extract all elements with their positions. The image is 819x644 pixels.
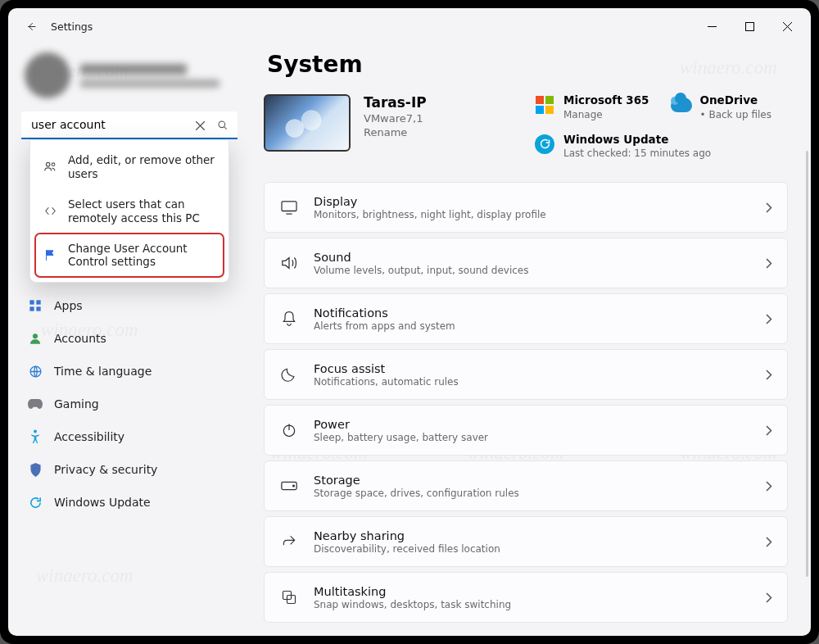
row-sub: Volume levels, output, input, sound devi… bbox=[314, 265, 528, 276]
chevron-right-icon bbox=[766, 370, 772, 380]
row-sub: Snap windows, desktops, task switching bbox=[314, 599, 511, 610]
display-icon bbox=[279, 197, 299, 217]
row-nearby-sharing[interactable]: Nearby sharingDiscoverability, received … bbox=[264, 516, 788, 567]
apps-icon bbox=[28, 298, 43, 313]
profile-name-redacted bbox=[80, 64, 187, 75]
power-icon bbox=[279, 420, 299, 440]
quick-windows-update[interactable]: Windows Update Last checked: 15 minutes … bbox=[534, 134, 788, 160]
nav-time-language[interactable]: Time & language bbox=[18, 356, 241, 387]
remote-icon bbox=[42, 204, 58, 218]
quick-title: Windows Update bbox=[563, 134, 711, 147]
search-suggestions: Add, edit, or remove other users Select … bbox=[29, 139, 229, 283]
search-icon[interactable] bbox=[213, 116, 233, 135]
row-title: Storage bbox=[314, 474, 519, 487]
nav-label: Privacy & security bbox=[54, 463, 157, 476]
quick-links: Microsoft 365 Manage OneDrive • Back up … bbox=[534, 94, 788, 159]
quick-sub: Manage bbox=[563, 109, 649, 120]
nav-accessibility[interactable]: Accessibility bbox=[18, 421, 241, 452]
rename-link[interactable]: Rename bbox=[364, 126, 427, 138]
accounts-icon bbox=[28, 331, 43, 346]
main-content: System Taras-IP VMware7,1 Rename bbox=[251, 44, 811, 636]
chevron-right-icon bbox=[766, 314, 772, 324]
clear-search-button[interactable] bbox=[190, 116, 210, 135]
flag-icon bbox=[42, 248, 58, 262]
quick-sub: • Back up files bbox=[700, 109, 771, 120]
row-notifications[interactable]: NotificationsAlerts from apps and system bbox=[264, 293, 788, 344]
svg-point-10 bbox=[34, 429, 37, 433]
quick-title: OneDrive bbox=[700, 94, 771, 107]
nav-label: Windows Update bbox=[54, 496, 151, 509]
row-multitasking[interactable]: MultitaskingSnap windows, desktops, task… bbox=[264, 572, 788, 623]
update-icon bbox=[28, 495, 43, 510]
quick-onedrive[interactable]: OneDrive • Back up files bbox=[671, 94, 785, 120]
nav-label: Apps bbox=[54, 299, 83, 312]
suggestion-remote-users[interactable]: Select users that can remotely access th… bbox=[35, 189, 224, 234]
suggestion-other-users[interactable]: Add, edit, or remove other users bbox=[35, 145, 224, 189]
svg-rect-11 bbox=[282, 202, 296, 211]
moon-icon bbox=[279, 365, 299, 384]
chevron-right-icon bbox=[766, 202, 772, 213]
quick-microsoft-365[interactable]: Microsoft 365 Manage bbox=[534, 94, 649, 120]
avatar bbox=[25, 52, 70, 98]
bell-icon bbox=[279, 309, 299, 329]
shield-icon bbox=[28, 462, 43, 477]
row-sub: Monitors, brightness, night light, displ… bbox=[314, 209, 546, 220]
svg-point-3 bbox=[52, 163, 55, 166]
nav-apps[interactable]: Apps bbox=[18, 290, 241, 321]
sidebar-nav: Apps Accounts Time & language bbox=[13, 290, 246, 518]
row-display[interactable]: DisplayMonitors, brightness, night light… bbox=[264, 182, 788, 233]
suggestion-label: Add, edit, or remove other users bbox=[68, 153, 217, 181]
storage-icon bbox=[279, 476, 299, 496]
svg-point-8 bbox=[33, 333, 38, 338]
svg-rect-4 bbox=[29, 300, 34, 304]
nav-windows-update[interactable]: Windows Update bbox=[18, 487, 241, 518]
profile-block[interactable] bbox=[13, 44, 246, 111]
suggestion-label: Change User Account Control settings bbox=[68, 242, 217, 270]
multitasking-icon bbox=[279, 587, 299, 607]
row-focus-assist[interactable]: Focus assistNotifications, automatic rul… bbox=[264, 349, 788, 400]
onedrive-icon bbox=[671, 94, 692, 116]
chevron-right-icon bbox=[766, 481, 772, 492]
svg-point-14 bbox=[293, 485, 295, 487]
quick-sub: Last checked: 15 minutes ago bbox=[563, 147, 711, 159]
quick-title: Microsoft 365 bbox=[563, 94, 649, 107]
nav-label: Accessibility bbox=[54, 430, 124, 443]
device-name: Taras-IP bbox=[364, 94, 427, 111]
windows-update-icon bbox=[534, 134, 555, 155]
row-storage[interactable]: StorageStorage space, drives, configurat… bbox=[264, 460, 788, 511]
nav-label: Time & language bbox=[54, 365, 152, 378]
row-sub: Sleep, battery usage, battery saver bbox=[314, 432, 488, 443]
profile-email-redacted bbox=[80, 79, 219, 88]
svg-point-1 bbox=[219, 121, 225, 128]
back-button[interactable] bbox=[18, 13, 44, 39]
chevron-right-icon bbox=[766, 592, 772, 603]
row-sub: Storage space, drives, configuration rul… bbox=[314, 488, 519, 499]
suggestion-label: Select users that can remotely access th… bbox=[68, 197, 217, 225]
microsoft-logo-icon bbox=[534, 94, 555, 116]
maximize-button[interactable] bbox=[731, 13, 768, 39]
nav-accounts[interactable]: Accounts bbox=[18, 323, 241, 354]
row-title: Sound bbox=[314, 251, 528, 264]
nav-gaming[interactable]: Gaming bbox=[18, 388, 241, 420]
row-title: Notifications bbox=[314, 306, 455, 320]
chevron-right-icon bbox=[766, 537, 772, 547]
globe-icon bbox=[28, 364, 43, 379]
window-title: Settings bbox=[51, 20, 93, 33]
scrollbar[interactable] bbox=[806, 151, 808, 577]
minimize-button[interactable] bbox=[693, 13, 731, 39]
svg-rect-0 bbox=[745, 22, 753, 30]
search-wrap: Add, edit, or remove other users Select … bbox=[21, 111, 238, 139]
sidebar: Add, edit, or remove other users Select … bbox=[8, 44, 251, 636]
row-title: Nearby sharing bbox=[314, 529, 500, 542]
close-button[interactable] bbox=[768, 13, 806, 39]
svg-rect-7 bbox=[36, 306, 40, 311]
device-thumbnail bbox=[264, 94, 351, 152]
row-sound[interactable]: SoundVolume levels, output, input, sound… bbox=[264, 238, 788, 288]
row-title: Power bbox=[314, 418, 488, 431]
device-block[interactable]: Taras-IP VMware7,1 Rename bbox=[264, 94, 427, 152]
suggestion-uac-settings[interactable]: Change User Account Control settings bbox=[35, 234, 224, 278]
nav-privacy[interactable]: Privacy & security bbox=[18, 454, 241, 485]
svg-rect-6 bbox=[29, 306, 34, 311]
row-power[interactable]: PowerSleep, battery usage, battery saver bbox=[264, 405, 788, 456]
device-model: VMware7,1 bbox=[364, 112, 427, 125]
